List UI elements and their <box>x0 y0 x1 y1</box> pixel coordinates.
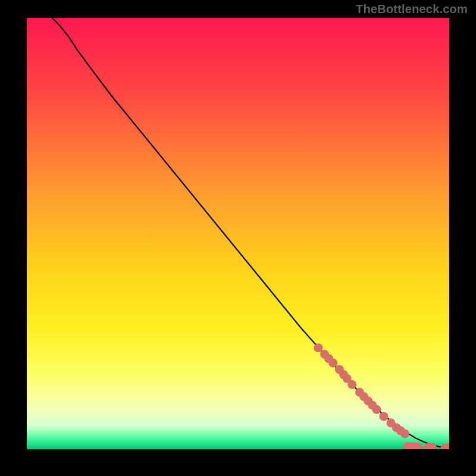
chart-frame: TheBottleneck.com <box>0 0 476 476</box>
chart-svg <box>27 18 449 449</box>
data-marker <box>314 343 322 352</box>
data-marker <box>347 380 356 389</box>
watermark-text: TheBottleneck.com <box>356 2 468 16</box>
data-marker <box>400 429 409 438</box>
gradient-background <box>27 18 449 449</box>
plot-area <box>27 18 449 449</box>
data-marker <box>328 359 337 368</box>
data-marker <box>379 412 388 421</box>
data-marker <box>372 405 381 414</box>
